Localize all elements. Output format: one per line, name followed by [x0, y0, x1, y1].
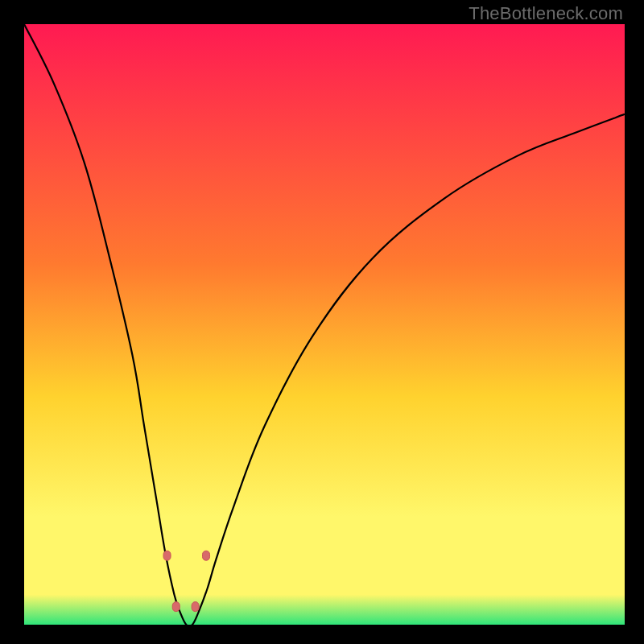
gradient-background [24, 24, 625, 625]
bottleneck-chart [24, 24, 625, 625]
curve-marker [163, 551, 171, 560]
curve-marker [172, 602, 180, 612]
outer-frame: TheBottleneck.com [0, 0, 644, 644]
curve-marker [192, 602, 199, 612]
curve-marker [203, 551, 210, 560]
plot-area [24, 24, 625, 625]
watermark-text: TheBottleneck.com [469, 3, 623, 24]
